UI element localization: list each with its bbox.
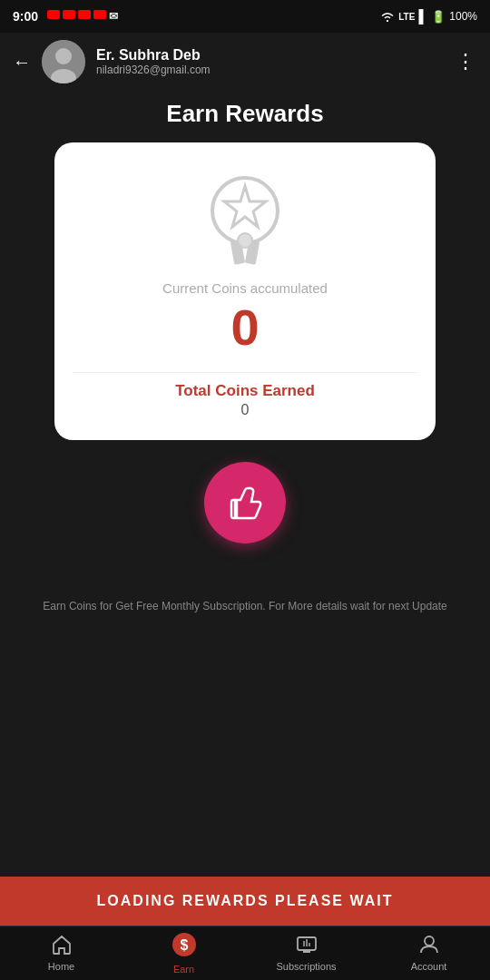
subscriptions-icon xyxy=(296,935,318,958)
total-coins-value: 0 xyxy=(241,402,250,418)
svg-point-17 xyxy=(425,936,434,946)
youtube-icon4 xyxy=(93,10,106,19)
nav-item-home[interactable]: Home xyxy=(0,935,122,972)
nav-left: ← Er. Subhra Deb niladri9326@gmail.com xyxy=(13,40,211,83)
page-title: Earn Rewards xyxy=(0,100,490,128)
nav-item-earn[interactable]: $ Earn xyxy=(122,932,245,975)
total-coins-label: Total Coins Earned xyxy=(175,382,315,400)
svg-text:$: $ xyxy=(180,937,188,953)
nav-label-earn: Earn xyxy=(173,964,194,975)
message-icon: ✉ xyxy=(109,10,118,23)
top-nav: ← Er. Subhra Deb niladri9326@gmail.com ⋮ xyxy=(0,33,490,91)
avatar-image xyxy=(42,40,85,83)
status-right-icons: LTE ▌ 🔋 100% xyxy=(380,9,477,24)
bottom-nav: Home $ Earn Subscriptions xyxy=(0,926,490,980)
nav-item-subscriptions[interactable]: Subscriptions xyxy=(245,935,368,972)
status-bar: 9:00 ✉ LTE ▌ 🔋 100% xyxy=(0,0,490,33)
nav-item-account[interactable]: Account xyxy=(368,935,490,972)
youtube-icon xyxy=(47,10,60,19)
coins-value: 0 xyxy=(230,299,259,356)
loading-text: LOADING REWARDS PLEASE WAIT xyxy=(97,893,394,908)
youtube-icon3 xyxy=(78,10,91,19)
user-name: Er. Subhra Deb xyxy=(96,47,211,64)
divider xyxy=(73,372,417,373)
svg-marker-4 xyxy=(224,186,266,227)
earn-icon: $ xyxy=(172,932,197,961)
svg-point-1 xyxy=(55,48,72,64)
battery-percent: 100% xyxy=(449,10,477,23)
home-icon xyxy=(51,935,73,958)
more-options-button[interactable]: ⋮ xyxy=(456,50,477,74)
youtube-icon2 xyxy=(63,10,75,19)
rewards-card: Current Coins accumulated 0 Total Coins … xyxy=(54,142,436,440)
user-info: Er. Subhra Deb niladri9326@gmail.com xyxy=(96,47,211,76)
loading-bar: LOADING REWARDS PLEASE WAIT xyxy=(0,877,490,926)
thumbs-container xyxy=(0,462,490,544)
thumbs-up-icon xyxy=(222,480,268,525)
avatar xyxy=(42,40,85,83)
svg-point-7 xyxy=(238,233,252,248)
signal-icon: ▌ xyxy=(418,9,427,24)
back-button[interactable]: ← xyxy=(13,52,31,73)
medal-icon xyxy=(200,170,290,270)
status-time: 9:00 ✉ xyxy=(13,9,118,24)
account-icon xyxy=(418,935,440,958)
nav-label-account: Account xyxy=(411,961,447,972)
wifi-icon xyxy=(380,10,395,23)
coins-label: Current Coins accumulated xyxy=(162,280,328,296)
nav-label-subscriptions: Subscriptions xyxy=(276,961,336,972)
medal-svg xyxy=(200,170,290,270)
battery-icon: 🔋 xyxy=(431,10,446,24)
nav-label-home: Home xyxy=(48,961,74,972)
lte-icon: LTE xyxy=(398,12,415,22)
user-email: niladri9326@gmail.com xyxy=(96,64,211,76)
thumbs-up-button[interactable] xyxy=(204,462,286,544)
info-text: Earn Coins for Get Free Monthly Subscrip… xyxy=(27,598,463,614)
